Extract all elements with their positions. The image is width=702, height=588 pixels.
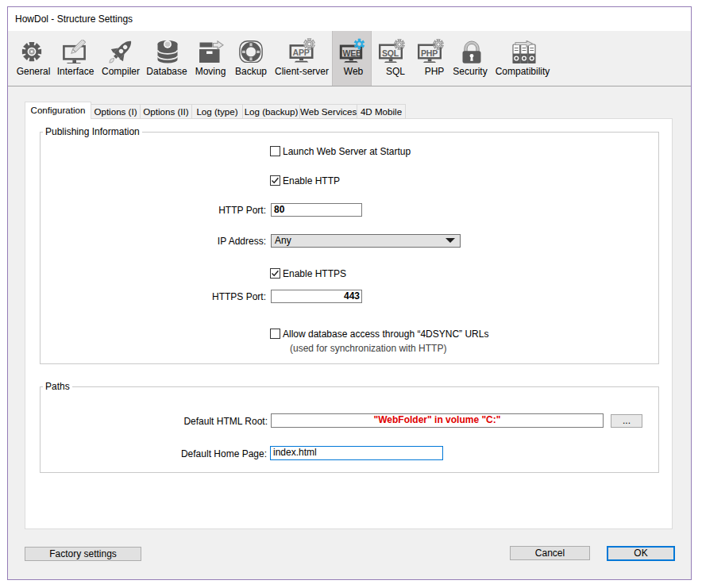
svg-text:APP: APP xyxy=(293,48,310,57)
svg-text:PHP: PHP xyxy=(421,48,438,58)
svg-text:WEB: WEB xyxy=(343,48,363,58)
svg-text:SQL: SQL xyxy=(382,48,399,58)
